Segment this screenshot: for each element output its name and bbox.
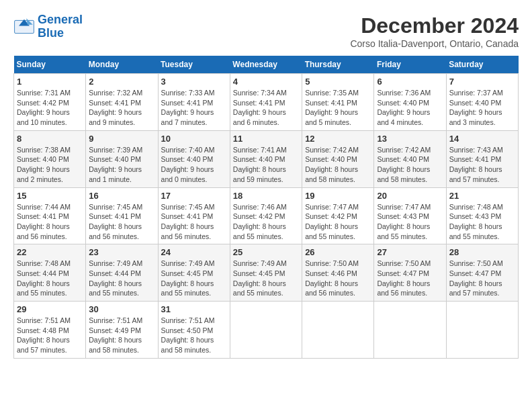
day-info: Sunrise: 7:50 AMSunset: 4:47 PMDaylight:… (449, 259, 515, 298)
day-number: 27 (377, 247, 443, 257)
logo-icon (13, 16, 35, 38)
calendar-cell (446, 302, 518, 359)
calendar-cell: 27 Sunrise: 7:50 AMSunset: 4:47 PMDaylig… (374, 244, 446, 302)
day-number: 12 (305, 134, 371, 144)
day-info: Sunrise: 7:37 AMSunset: 4:40 PMDaylight:… (449, 88, 515, 128)
calendar-cell (374, 302, 446, 359)
calendar-cell: 11 Sunrise: 7:41 AMSunset: 4:40 PMDaylig… (230, 130, 302, 187)
day-info: Sunrise: 7:46 AMSunset: 4:42 PMDaylight:… (233, 202, 299, 242)
header-row: SundayMondayTuesdayWednesdayThursdayFrid… (14, 56, 519, 74)
day-info: Sunrise: 7:39 AMSunset: 4:40 PMDaylight:… (89, 145, 154, 185)
day-number: 28 (449, 247, 515, 257)
day-number: 29 (17, 304, 83, 314)
calendar-cell: 22 Sunrise: 7:48 AMSunset: 4:44 PMDaylig… (14, 244, 86, 302)
header-day-sunday: Sunday (14, 56, 86, 74)
calendar-week-2: 8 Sunrise: 7:38 AMSunset: 4:40 PMDayligh… (14, 130, 519, 187)
calendar-cell: 31 Sunrise: 7:51 AMSunset: 4:50 PMDaylig… (158, 302, 230, 359)
calendar-cell: 23 Sunrise: 7:49 AMSunset: 4:44 PMDaylig… (86, 244, 158, 302)
day-number: 13 (377, 134, 443, 144)
day-info: Sunrise: 7:41 AMSunset: 4:40 PMDaylight:… (233, 145, 299, 185)
day-info: Sunrise: 7:34 AMSunset: 4:41 PMDaylight:… (233, 88, 299, 128)
day-info: Sunrise: 7:36 AMSunset: 4:40 PMDaylight:… (377, 88, 443, 128)
calendar-cell: 28 Sunrise: 7:50 AMSunset: 4:47 PMDaylig… (446, 244, 518, 302)
calendar-cell: 24 Sunrise: 7:49 AMSunset: 4:45 PMDaylig… (158, 244, 230, 302)
day-info: Sunrise: 7:45 AMSunset: 4:41 PMDaylight:… (161, 202, 227, 242)
calendar-cell: 15 Sunrise: 7:44 AMSunset: 4:41 PMDaylig… (14, 187, 86, 244)
day-number: 5 (305, 77, 371, 87)
calendar-cell: 1 Sunrise: 7:31 AMSunset: 4:42 PMDayligh… (14, 74, 86, 131)
calendar-cell: 29 Sunrise: 7:51 AMSunset: 4:48 PMDaylig… (14, 302, 86, 359)
calendar-cell: 7 Sunrise: 7:37 AMSunset: 4:40 PMDayligh… (446, 74, 518, 131)
calendar-cell: 25 Sunrise: 7:49 AMSunset: 4:45 PMDaylig… (230, 244, 302, 302)
day-number: 8 (17, 134, 83, 144)
day-number: 15 (17, 191, 83, 201)
day-number: 30 (89, 304, 154, 314)
calendar-cell: 21 Sunrise: 7:48 AMSunset: 4:43 PMDaylig… (446, 187, 518, 244)
calendar-week-4: 22 Sunrise: 7:48 AMSunset: 4:44 PMDaylig… (14, 244, 519, 302)
day-number: 25 (233, 247, 299, 257)
day-number: 9 (89, 134, 154, 144)
calendar-week-3: 15 Sunrise: 7:44 AMSunset: 4:41 PMDaylig… (14, 187, 519, 244)
day-info: Sunrise: 7:33 AMSunset: 4:41 PMDaylight:… (161, 88, 227, 128)
day-number: 18 (233, 191, 299, 201)
calendar-week-1: 1 Sunrise: 7:31 AMSunset: 4:42 PMDayligh… (14, 74, 519, 131)
calendar-cell: 4 Sunrise: 7:34 AMSunset: 4:41 PMDayligh… (230, 74, 302, 131)
calendar-cell: 8 Sunrise: 7:38 AMSunset: 4:40 PMDayligh… (14, 130, 86, 187)
day-number: 26 (305, 247, 371, 257)
day-info: Sunrise: 7:44 AMSunset: 4:41 PMDaylight:… (17, 202, 83, 242)
calendar-cell: 26 Sunrise: 7:50 AMSunset: 4:46 PMDaylig… (302, 244, 374, 302)
day-info: Sunrise: 7:42 AMSunset: 4:40 PMDaylight:… (377, 145, 443, 185)
calendar-cell: 18 Sunrise: 7:46 AMSunset: 4:42 PMDaylig… (230, 187, 302, 244)
day-number: 7 (449, 77, 515, 87)
calendar-cell: 9 Sunrise: 7:39 AMSunset: 4:40 PMDayligh… (86, 130, 158, 187)
calendar-cell: 12 Sunrise: 7:42 AMSunset: 4:40 PMDaylig… (302, 130, 374, 187)
day-info: Sunrise: 7:49 AMSunset: 4:45 PMDaylight:… (233, 259, 299, 298)
day-number: 19 (305, 191, 371, 201)
calendar-cell: 5 Sunrise: 7:35 AMSunset: 4:41 PMDayligh… (302, 74, 374, 131)
day-info: Sunrise: 7:51 AMSunset: 4:48 PMDaylight:… (17, 316, 83, 355)
day-info: Sunrise: 7:43 AMSunset: 4:41 PMDaylight:… (449, 145, 515, 185)
day-number: 6 (377, 77, 443, 87)
calendar-cell: 20 Sunrise: 7:47 AMSunset: 4:43 PMDaylig… (374, 187, 446, 244)
day-info: Sunrise: 7:47 AMSunset: 4:43 PMDaylight:… (377, 202, 443, 242)
header: General Blue December 2024 Corso Italia-… (13, 13, 519, 49)
day-info: Sunrise: 7:47 AMSunset: 4:42 PMDaylight:… (305, 202, 371, 242)
day-info: Sunrise: 7:48 AMSunset: 4:43 PMDaylight:… (449, 202, 515, 242)
calendar-cell: 16 Sunrise: 7:45 AMSunset: 4:41 PMDaylig… (86, 187, 158, 244)
day-number: 23 (89, 247, 154, 257)
day-number: 14 (449, 134, 515, 144)
day-number: 17 (161, 191, 227, 201)
calendar-cell: 3 Sunrise: 7:33 AMSunset: 4:41 PMDayligh… (158, 74, 230, 131)
day-info: Sunrise: 7:48 AMSunset: 4:44 PMDaylight:… (17, 259, 83, 298)
calendar-week-5: 29 Sunrise: 7:51 AMSunset: 4:48 PMDaylig… (14, 302, 519, 359)
day-info: Sunrise: 7:49 AMSunset: 4:45 PMDaylight:… (161, 259, 227, 298)
day-number: 21 (449, 191, 515, 201)
logo: General Blue (13, 13, 83, 40)
day-number: 20 (377, 191, 443, 201)
day-info: Sunrise: 7:51 AMSunset: 4:50 PMDaylight:… (161, 316, 227, 355)
day-info: Sunrise: 7:35 AMSunset: 4:41 PMDaylight:… (305, 88, 371, 128)
calendar-cell: 10 Sunrise: 7:40 AMSunset: 4:40 PMDaylig… (158, 130, 230, 187)
calendar-table: SundayMondayTuesdayWednesdayThursdayFrid… (13, 56, 519, 359)
day-number: 3 (161, 77, 227, 87)
day-info: Sunrise: 7:50 AMSunset: 4:46 PMDaylight:… (305, 259, 371, 298)
day-info: Sunrise: 7:31 AMSunset: 4:42 PMDaylight:… (17, 88, 83, 128)
day-info: Sunrise: 7:42 AMSunset: 4:40 PMDaylight:… (305, 145, 371, 185)
day-info: Sunrise: 7:51 AMSunset: 4:49 PMDaylight:… (89, 316, 154, 355)
calendar-cell (302, 302, 374, 359)
day-info: Sunrise: 7:40 AMSunset: 4:40 PMDaylight:… (161, 145, 227, 185)
day-info: Sunrise: 7:49 AMSunset: 4:44 PMDaylight:… (89, 259, 154, 298)
page-title: December 2024 (350, 13, 519, 38)
day-info: Sunrise: 7:50 AMSunset: 4:47 PMDaylight:… (377, 259, 443, 298)
day-info: Sunrise: 7:38 AMSunset: 4:40 PMDaylight:… (17, 145, 83, 185)
header-day-thursday: Thursday (302, 56, 374, 74)
header-day-friday: Friday (374, 56, 446, 74)
header-day-monday: Monday (86, 56, 158, 74)
day-info: Sunrise: 7:45 AMSunset: 4:41 PMDaylight:… (89, 202, 154, 242)
calendar-cell: 14 Sunrise: 7:43 AMSunset: 4:41 PMDaylig… (446, 130, 518, 187)
day-number: 1 (17, 77, 83, 87)
calendar-cell (230, 302, 302, 359)
day-number: 4 (233, 77, 299, 87)
day-info: Sunrise: 7:32 AMSunset: 4:41 PMDaylight:… (89, 88, 154, 128)
header-day-wednesday: Wednesday (230, 56, 302, 74)
